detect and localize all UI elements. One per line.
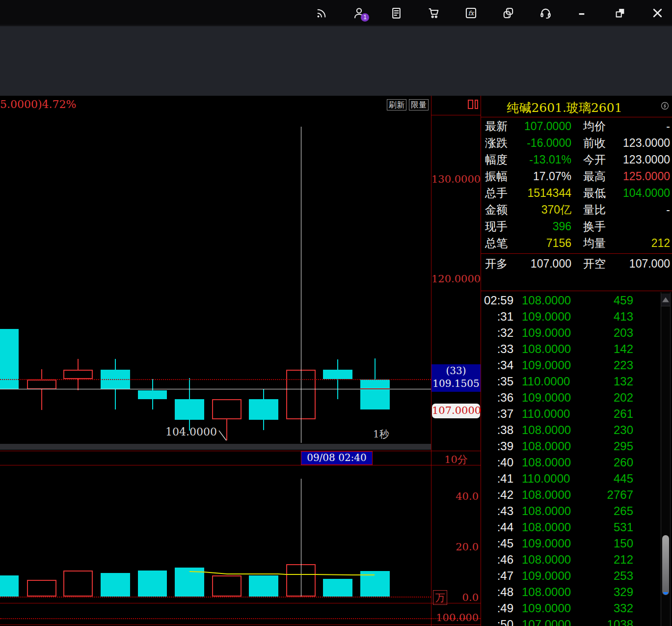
quote-row: 振幅17.07%最高125.0000	[481, 168, 672, 185]
candle	[212, 399, 242, 419]
axis-tick-130: 130.0000	[431, 173, 481, 185]
tick-row: :33108.0000142	[481, 341, 672, 357]
candle-wick	[115, 389, 116, 409]
quote-row: 涨跌-16.0000前收123.0000	[481, 135, 672, 151]
headset-icon[interactable]	[539, 6, 552, 20]
volume-bar	[360, 571, 390, 597]
quote-row: 总笔7156均量212	[481, 235, 672, 251]
volume-baseline	[0, 597, 431, 598]
scrollbar-thumb[interactable]	[662, 535, 669, 595]
volume-bar	[63, 571, 93, 597]
close-icon[interactable]	[651, 6, 664, 20]
svg-text:fx: fx	[468, 10, 475, 17]
tick-row: :39108.0000295	[481, 438, 672, 454]
quote-row: 最新107.0000均价-	[481, 118, 672, 135]
formula-icon[interactable]: fx	[464, 6, 478, 20]
sub-panel-gridline	[0, 618, 481, 619]
prev-settle-line	[0, 379, 431, 380]
time-axis-scrollbar[interactable]	[0, 444, 431, 450]
volume-bar	[101, 573, 130, 597]
candle	[323, 370, 352, 379]
candle-wick	[41, 389, 42, 410]
candle-layer	[0, 96, 431, 626]
candle-wick	[41, 369, 42, 380]
cart-icon[interactable]	[427, 6, 440, 20]
tick-row: :49109.0000332	[481, 600, 672, 616]
volume-tick-40: 40.0	[431, 490, 481, 502]
minimize-icon[interactable]	[576, 6, 590, 20]
tick-row: :45109.0000150	[481, 535, 672, 551]
python-icon[interactable]	[502, 6, 515, 20]
tick-row: :37110.0000261	[481, 406, 672, 422]
rss-icon[interactable]	[315, 6, 328, 20]
candle	[27, 380, 56, 389]
tick-row: :44108.0000531	[481, 519, 672, 535]
open-price-segment	[360, 388, 390, 389]
tick-row: :36109.0000202	[481, 389, 672, 406]
crosshair-vline-upper	[301, 127, 301, 443]
time-strip-bottom-line	[0, 465, 481, 465]
price-axis: 130.0000 120.0000 (33) 109.1505 107.0000…	[431, 96, 481, 626]
candle	[360, 380, 390, 409]
sub-panel-tick: 100.000	[431, 612, 481, 624]
candle-wick	[226, 419, 227, 440]
tick-row: :47109.0000253	[481, 568, 672, 584]
tick-list[interactable]: 02:59108.0000459:31109.0000413:32109.000…	[481, 292, 672, 626]
candle-wick	[115, 359, 116, 370]
candle	[175, 399, 204, 420]
tick-row: :32109.0000203	[481, 325, 672, 341]
volume-bar	[249, 575, 278, 597]
candle-wick	[78, 359, 79, 370]
user-icon[interactable]: 1	[352, 6, 366, 20]
crosshair-time-label: 09/08 02:40	[301, 451, 373, 465]
low-price-annotation: 104.0000	[165, 426, 217, 438]
tick-row: :38108.0000230	[481, 422, 672, 438]
up-arrow-icon	[662, 297, 669, 302]
crosshair-bar-index: (33)	[431, 364, 481, 377]
contract-title[interactable]: 纯碱2601.玻璃2601	[496, 100, 633, 116]
volume-bar	[138, 571, 167, 597]
tick-row: :31109.0000413	[481, 308, 672, 325]
power-status-icon[interactable]	[661, 102, 669, 110]
axis-tick-120: 120.0000	[431, 273, 481, 285]
tick-row: :43108.0000265	[481, 503, 672, 519]
volume-period-label: 10分	[431, 453, 481, 466]
tick-scrollbar[interactable]	[661, 292, 671, 626]
quote-row: 现手396换手	[481, 218, 672, 235]
candle	[138, 390, 167, 399]
title-separator	[481, 117, 672, 117]
period-label: 1秒	[373, 428, 389, 441]
volume-bar	[175, 568, 204, 597]
candle-wick	[152, 399, 153, 409]
quote-separator	[481, 253, 672, 254]
volume-bar	[0, 575, 19, 597]
tick-row: :48108.0000329	[481, 584, 672, 600]
scroll-up-button[interactable]	[661, 294, 670, 306]
open-long-label: 开多	[481, 256, 512, 272]
restore-icon[interactable]	[614, 6, 627, 20]
candle	[249, 399, 278, 420]
crosshair-price: 109.1505	[431, 377, 481, 390]
candle-wick	[375, 358, 376, 380]
last-price-box: 107.0000	[432, 404, 480, 418]
toolbar-panel	[0, 26, 672, 96]
position-row: 开多 107.000 开空 107.000	[481, 255, 672, 272]
tick-row: :50107.00001038	[481, 616, 672, 626]
ticklist-separator	[481, 291, 672, 291]
volume-bar	[323, 579, 352, 597]
open-short-label: 开空	[579, 256, 618, 272]
volume-bar	[27, 580, 56, 597]
volume-unit-box: 万	[433, 590, 447, 605]
volume-panel-bottom-line	[0, 603, 481, 603]
quote-grid: 最新107.0000均价-涨跌-16.0000前收123.0000幅度-13.0…	[481, 118, 672, 251]
tick-row: :46108.0000212	[481, 551, 672, 568]
news-list-icon[interactable]	[390, 6, 403, 20]
split-view-icon[interactable]	[468, 100, 478, 109]
tick-row: :40108.0000260	[481, 454, 672, 470]
candle-wick	[263, 389, 264, 399]
crosshair-vline-lower	[301, 479, 301, 597]
quote-row: 幅度-13.01%今开123.0000	[481, 151, 672, 168]
candlestick-chart[interactable]: 5.0000)4.72% 刷新 限量 104.0000 1秒 09/08 02:…	[0, 96, 431, 626]
volume-tick-20: 20.0	[431, 541, 481, 553]
tick-row: 02:59108.0000459	[481, 292, 672, 308]
